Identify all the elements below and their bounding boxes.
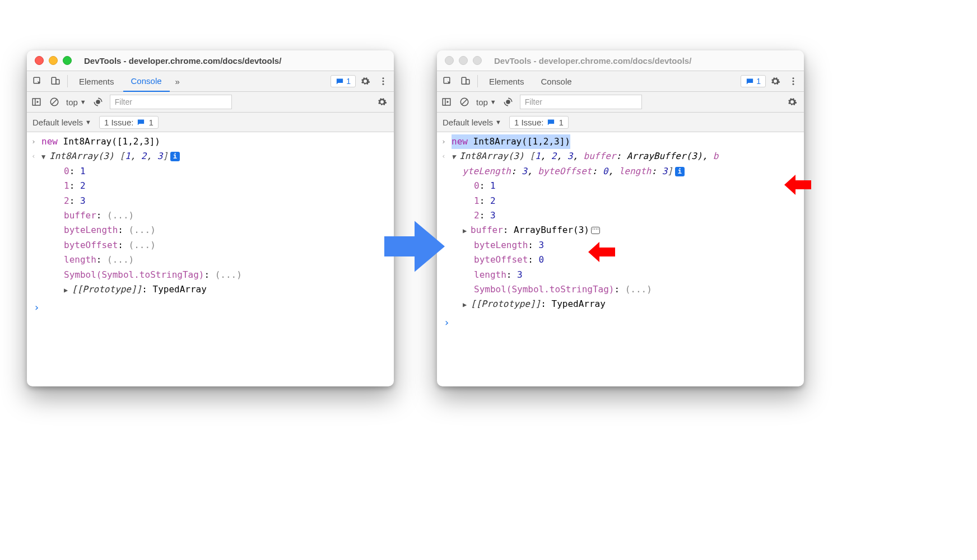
- tab-overflow[interactable]: »: [171, 71, 184, 91]
- levels-dropdown[interactable]: Default levels ▼: [443, 118, 501, 127]
- svg-point-14: [793, 83, 794, 85]
- window-title: DevTools - developer.chrome.com/docs/dev…: [80, 56, 394, 66]
- clear-icon[interactable]: [458, 94, 471, 110]
- object-property[interactable]: length: 3: [474, 268, 799, 282]
- object-property[interactable]: Symbol(Symbol.toStringTag): (...): [64, 268, 389, 282]
- device-icon[interactable]: [457, 73, 474, 90]
- svg-rect-15: [443, 99, 450, 105]
- output-marker-icon: ‹: [31, 149, 41, 162]
- object-property[interactable]: byteLength: (...): [64, 223, 389, 237]
- console-output-line[interactable]: ‹ Int8Array(3) [1, 2, 3, buffer: ArrayBu…: [441, 149, 799, 179]
- object-property[interactable]: 1: 2: [474, 194, 799, 208]
- levels-dropdown[interactable]: Default levels ▼: [32, 118, 91, 127]
- svg-rect-11: [466, 80, 469, 84]
- clear-icon[interactable]: [48, 94, 61, 110]
- console-subbar: top ▼ Filter: [437, 92, 804, 113]
- filter-input[interactable]: Filter: [110, 95, 232, 109]
- memory-icon: [591, 227, 600, 234]
- object-property[interactable]: 2: 3: [64, 194, 389, 208]
- close-icon[interactable]: [35, 56, 44, 65]
- minimize-icon[interactable]: [49, 56, 58, 65]
- issue-row: Default levels ▼ 1 Issue: 1: [27, 113, 394, 132]
- kebab-icon[interactable]: [785, 73, 802, 90]
- inspect-icon[interactable]: [439, 73, 456, 90]
- traffic-lights: [27, 56, 80, 65]
- console-input-line: › new Int8Array([1,2,3]): [31, 134, 389, 149]
- prompt-icon[interactable]: ›: [31, 297, 389, 316]
- zoom-icon[interactable]: [473, 56, 482, 65]
- sidebar-toggle-icon[interactable]: [440, 94, 453, 110]
- svg-point-13: [793, 81, 794, 82]
- svg-point-17: [506, 100, 510, 104]
- svg-point-12: [793, 77, 794, 79]
- svg-rect-6: [32, 99, 40, 105]
- object-property[interactable]: byteOffset: (...): [64, 238, 389, 253]
- tab-bar: Elements Console » 1: [27, 71, 394, 92]
- issue-row: Default levels ▼ 1 Issue: 1: [437, 113, 804, 132]
- sidebar-toggle-icon[interactable]: [30, 94, 43, 110]
- object-property[interactable]: 1: 2: [64, 179, 389, 193]
- svg-rect-2: [56, 80, 59, 84]
- traffic-lights: [437, 56, 490, 65]
- annotation-arrow-icon: [587, 241, 615, 265]
- input-marker-icon: ›: [441, 134, 452, 147]
- object-property[interactable]: 2: 3: [474, 208, 799, 223]
- transition-arrow-icon: [381, 213, 448, 282]
- titlebar: DevTools - developer.chrome.com/docs/dev…: [437, 50, 804, 71]
- object-property[interactable]: byteLength: 3: [474, 238, 799, 253]
- info-icon: i: [675, 167, 685, 176]
- props-right-2: byteLength: 3byteOffset: 0length: 3Symbo…: [441, 238, 799, 297]
- prompt-icon[interactable]: ›: [441, 312, 799, 331]
- annotation-arrow-icon: [783, 174, 811, 198]
- console-input-line: › new Int8Array([1,2,3]): [441, 134, 799, 149]
- filter-input[interactable]: Filter: [520, 95, 642, 109]
- kebab-icon[interactable]: [375, 73, 392, 90]
- issue-box[interactable]: 1 Issue: 1: [99, 116, 159, 129]
- tab-console[interactable]: Console: [533, 71, 580, 91]
- titlebar: DevTools - developer.chrome.com/docs/dev…: [27, 50, 394, 71]
- output-marker-icon: ‹: [441, 149, 452, 162]
- object-property[interactable]: byteOffset: 0: [474, 253, 799, 267]
- expand-icon: [452, 152, 459, 163]
- tab-console[interactable]: Console: [123, 71, 170, 92]
- zoom-icon[interactable]: [63, 56, 72, 65]
- svg-rect-10: [462, 77, 466, 84]
- issue-box[interactable]: 1 Issue: 1: [509, 116, 569, 129]
- object-property[interactable]: 0: 1: [474, 179, 799, 193]
- tab-elements[interactable]: Elements: [481, 71, 532, 91]
- expand-icon: [463, 226, 471, 237]
- live-expression-icon[interactable]: [92, 94, 104, 110]
- inspect-icon[interactable]: [29, 73, 46, 90]
- gear-icon[interactable]: [357, 73, 374, 90]
- object-property[interactable]: 0: 1: [64, 164, 389, 179]
- tab-elements[interactable]: Elements: [71, 71, 122, 91]
- live-expression-icon[interactable]: [502, 94, 514, 110]
- gear-icon[interactable]: [767, 73, 784, 90]
- input-marker-icon: ›: [31, 134, 41, 147]
- svg-point-5: [383, 83, 384, 85]
- device-icon[interactable]: [47, 73, 64, 90]
- close-icon[interactable]: [445, 56, 454, 65]
- window-title: DevTools - developer.chrome.com/docs/dev…: [490, 56, 804, 66]
- expand-icon: [64, 285, 72, 296]
- issues-badge[interactable]: 1: [741, 75, 766, 87]
- expand-icon: [41, 152, 49, 163]
- context-dropdown[interactable]: top ▼: [66, 97, 86, 107]
- object-property[interactable]: length: (...): [64, 253, 389, 267]
- expand-icon: [463, 300, 471, 311]
- devtools-window-before: DevTools - developer.chrome.com/docs/dev…: [27, 50, 394, 386]
- console-output-line[interactable]: ‹ Int8Array(3) [1, 2, 3]i: [31, 149, 389, 164]
- console-body: › new Int8Array([1,2,3]) ‹ Int8Array(3) …: [27, 132, 394, 320]
- tab-bar: Elements Console 1: [437, 71, 804, 92]
- issues-badge[interactable]: 1: [331, 75, 356, 87]
- svg-point-4: [383, 81, 384, 82]
- gear-icon[interactable]: [374, 94, 390, 110]
- gear-icon[interactable]: [784, 94, 801, 110]
- object-property[interactable]: Symbol(Symbol.toStringTag): (...): [474, 282, 799, 297]
- svg-rect-1: [52, 77, 56, 84]
- object-property[interactable]: buffer: (...): [64, 208, 389, 223]
- svg-point-8: [96, 100, 100, 104]
- context-dropdown[interactable]: top ▼: [476, 97, 496, 107]
- minimize-icon[interactable]: [459, 56, 468, 65]
- devtools-window-after: DevTools - developer.chrome.com/docs/dev…: [437, 50, 804, 386]
